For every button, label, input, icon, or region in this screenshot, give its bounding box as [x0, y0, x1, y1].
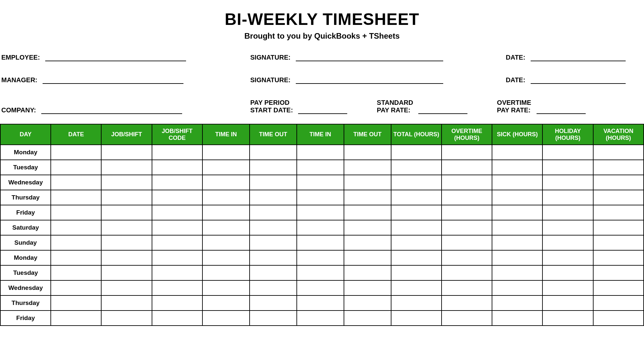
cell-out2[interactable] — [344, 265, 391, 280]
cell-code[interactable] — [152, 250, 202, 265]
cell-ot[interactable] — [442, 205, 492, 220]
cell-sick[interactable] — [492, 175, 542, 190]
cell-sick[interactable] — [492, 311, 542, 326]
cell-in2[interactable] — [297, 235, 344, 250]
cell-in2[interactable] — [297, 145, 344, 160]
cell-out2[interactable] — [344, 250, 391, 265]
cell-out1[interactable] — [250, 220, 297, 235]
cell-sick[interactable] — [492, 235, 542, 250]
manager-date-line[interactable] — [531, 77, 626, 84]
cell-out2[interactable] — [344, 160, 391, 175]
cell-in1[interactable] — [202, 175, 250, 190]
cell-in2[interactable] — [297, 265, 344, 280]
cell-out2[interactable] — [344, 235, 391, 250]
cell-in1[interactable] — [202, 250, 250, 265]
cell-out1[interactable] — [250, 265, 297, 280]
cell-code[interactable] — [152, 295, 202, 311]
cell-out2[interactable] — [344, 295, 391, 311]
cell-total[interactable] — [391, 265, 442, 280]
cell-job[interactable] — [101, 265, 152, 280]
cell-in1[interactable] — [202, 145, 250, 160]
cell-in1[interactable] — [202, 205, 250, 220]
cell-job[interactable] — [101, 205, 152, 220]
cell-sick[interactable] — [492, 160, 542, 175]
cell-date[interactable] — [51, 220, 101, 235]
cell-total[interactable] — [391, 311, 442, 326]
employee-date-line[interactable] — [531, 54, 626, 61]
cell-vacation[interactable] — [593, 311, 644, 326]
cell-date[interactable] — [51, 145, 101, 160]
cell-holiday[interactable] — [542, 311, 593, 326]
cell-sick[interactable] — [492, 250, 542, 265]
cell-vacation[interactable] — [593, 235, 644, 250]
cell-out1[interactable] — [250, 311, 297, 326]
cell-code[interactable] — [152, 280, 202, 295]
cell-date[interactable] — [51, 280, 101, 295]
cell-job[interactable] — [101, 235, 152, 250]
cell-ot[interactable] — [442, 265, 492, 280]
cell-total[interactable] — [391, 160, 442, 175]
cell-holiday[interactable] — [542, 265, 593, 280]
cell-in1[interactable] — [202, 220, 250, 235]
cell-sick[interactable] — [492, 265, 542, 280]
cell-code[interactable] — [152, 160, 202, 175]
cell-vacation[interactable] — [593, 145, 644, 160]
employee-line[interactable] — [45, 54, 186, 61]
cell-total[interactable] — [391, 175, 442, 190]
cell-vacation[interactable] — [593, 280, 644, 295]
employee-signature-line[interactable] — [296, 54, 443, 61]
cell-in1[interactable] — [202, 235, 250, 250]
cell-in2[interactable] — [297, 295, 344, 311]
cell-job[interactable] — [101, 250, 152, 265]
cell-out1[interactable] — [250, 145, 297, 160]
cell-date[interactable] — [51, 265, 101, 280]
cell-code[interactable] — [152, 235, 202, 250]
cell-out1[interactable] — [250, 205, 297, 220]
cell-total[interactable] — [391, 295, 442, 311]
cell-in2[interactable] — [297, 175, 344, 190]
cell-out2[interactable] — [344, 220, 391, 235]
cell-code[interactable] — [152, 311, 202, 326]
cell-out1[interactable] — [250, 295, 297, 311]
cell-holiday[interactable] — [542, 205, 593, 220]
cell-in2[interactable] — [297, 190, 344, 205]
cell-date[interactable] — [51, 295, 101, 311]
cell-in1[interactable] — [202, 265, 250, 280]
cell-out1[interactable] — [250, 280, 297, 295]
cell-ot[interactable] — [442, 145, 492, 160]
cell-job[interactable] — [101, 190, 152, 205]
cell-total[interactable] — [391, 205, 442, 220]
cell-sick[interactable] — [492, 295, 542, 311]
cell-job[interactable] — [101, 280, 152, 295]
cell-sick[interactable] — [492, 280, 542, 295]
cell-in1[interactable] — [202, 311, 250, 326]
ot-rate-line[interactable] — [537, 107, 586, 114]
cell-holiday[interactable] — [542, 175, 593, 190]
cell-date[interactable] — [51, 160, 101, 175]
pay-period-line[interactable] — [298, 107, 347, 114]
cell-holiday[interactable] — [542, 190, 593, 205]
cell-in2[interactable] — [297, 311, 344, 326]
cell-in2[interactable] — [297, 220, 344, 235]
cell-vacation[interactable] — [593, 160, 644, 175]
cell-holiday[interactable] — [542, 160, 593, 175]
cell-holiday[interactable] — [542, 295, 593, 311]
cell-sick[interactable] — [492, 145, 542, 160]
cell-out1[interactable] — [250, 175, 297, 190]
cell-out2[interactable] — [344, 205, 391, 220]
cell-job[interactable] — [101, 220, 152, 235]
cell-date[interactable] — [51, 175, 101, 190]
cell-date[interactable] — [51, 250, 101, 265]
manager-line[interactable] — [43, 77, 183, 84]
cell-out2[interactable] — [344, 190, 391, 205]
std-rate-line[interactable] — [418, 107, 467, 114]
cell-job[interactable] — [101, 160, 152, 175]
cell-holiday[interactable] — [542, 145, 593, 160]
manager-signature-line[interactable] — [296, 77, 443, 84]
cell-total[interactable] — [391, 190, 442, 205]
cell-holiday[interactable] — [542, 250, 593, 265]
cell-ot[interactable] — [442, 235, 492, 250]
cell-vacation[interactable] — [593, 295, 644, 311]
cell-ot[interactable] — [442, 295, 492, 311]
cell-out1[interactable] — [250, 250, 297, 265]
